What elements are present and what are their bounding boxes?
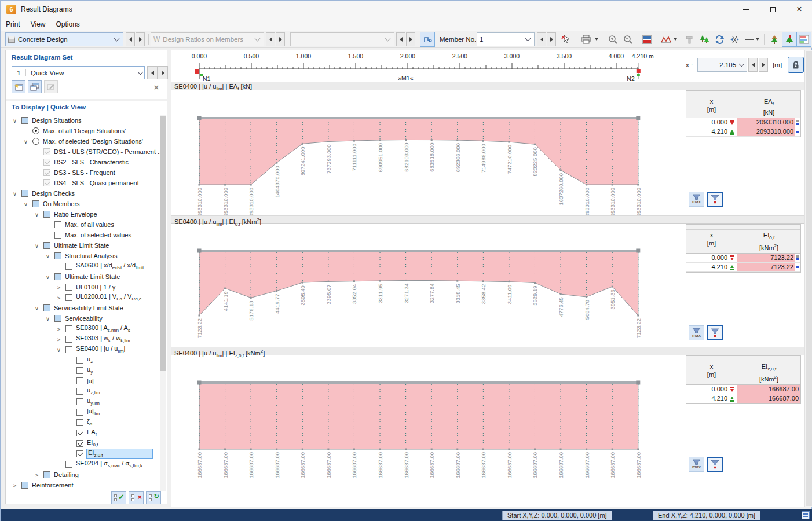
delete-set-button[interactable]: ×: [149, 80, 163, 93]
result-type-combo[interactable]: W Design Ratios on Members: [151, 32, 264, 46]
design-case-prev-button[interactable]: [126, 32, 135, 46]
checkbox[interactable]: [54, 315, 61, 322]
radio-button[interactable]: [32, 138, 39, 145]
checkbox[interactable]: [54, 221, 61, 228]
chevron-down-icon[interactable]: ∨: [33, 243, 41, 249]
print-options-dropdown[interactable]: [592, 32, 600, 47]
diagram-values-dropdown[interactable]: [671, 32, 679, 47]
checkbox[interactable]: [54, 252, 61, 259]
chevron-down-icon[interactable]: ∨: [11, 118, 19, 124]
filter-max-button[interactable]: max: [689, 457, 704, 472]
chevron-right-icon[interactable]: >: [55, 326, 63, 332]
refresh-button[interactable]: [712, 32, 727, 47]
diagram-set-combo[interactable]: 1 Quick View: [12, 66, 145, 79]
tree-item[interactable]: |u|: [6, 376, 160, 386]
member-no-combo[interactable]: 1: [477, 32, 535, 46]
tree-item[interactable]: EIz,0,f: [6, 449, 160, 459]
tree-item[interactable]: uz,lim: [6, 386, 160, 397]
checkbox[interactable]: [65, 346, 72, 353]
chevron-down-icon[interactable]: ∨: [22, 201, 30, 207]
checkbox[interactable]: [21, 190, 28, 197]
tree-item[interactable]: SA0600 | x/dexist / x/dlimit: [6, 261, 160, 271]
checkbox[interactable]: [76, 440, 83, 447]
tree-item[interactable]: Max. of all values: [6, 219, 160, 230]
status-grid-icon[interactable]: [802, 511, 810, 519]
x-next-button[interactable]: [759, 58, 768, 72]
chevron-down-icon[interactable]: ∨: [33, 211, 41, 218]
member-next-button[interactable]: [547, 32, 556, 46]
chevron-down-icon[interactable]: ∨: [33, 305, 41, 311]
checkbox[interactable]: [76, 450, 83, 457]
loading-next-button[interactable]: [406, 32, 415, 46]
panel-views-button[interactable]: [639, 32, 654, 47]
checkbox[interactable]: [76, 419, 83, 426]
visibility-objects-button[interactable]: [697, 32, 712, 47]
lock-x-toggle[interactable]: [788, 57, 804, 73]
loading-combo[interactable]: [290, 32, 394, 46]
checkbox[interactable]: [65, 284, 72, 291]
result-type-prev-button[interactable]: [266, 32, 275, 46]
main-scrollbar[interactable]: [804, 50, 812, 507]
zoom-in-button[interactable]: [605, 32, 620, 47]
tree-item[interactable]: DS3 - SLS - Frequent: [6, 167, 160, 178]
design-case-combo[interactable]: Concrete Design: [5, 32, 123, 46]
tree-scrollbar[interactable]: [160, 115, 166, 491]
minimize-button[interactable]: [733, 1, 759, 18]
checkbox[interactable]: [43, 304, 50, 311]
checkbox[interactable]: [21, 482, 28, 489]
x-prev-button[interactable]: [748, 58, 758, 72]
tree-item[interactable]: DS1 - ULS (STR/GEO) - Permanent ...: [6, 146, 160, 157]
select-all-button[interactable]: ✓: [111, 491, 126, 504]
tree-item[interactable]: ∨Ratio Envelope: [6, 209, 160, 219]
close-button[interactable]: ×: [786, 1, 812, 18]
tree-item[interactable]: >Detailing: [6, 469, 160, 480]
tree-item[interactable]: ∨Ultimate Limit State: [6, 240, 160, 251]
filter-max-button[interactable]: max: [689, 325, 704, 340]
tree-item[interactable]: ∨Max. of selected 'Design Situations': [6, 136, 160, 146]
copy-set-button[interactable]: [28, 80, 42, 93]
checkbox[interactable]: [54, 273, 61, 280]
tree-scrollbar-thumb[interactable]: [160, 116, 166, 371]
deselect-member-button[interactable]: [558, 32, 573, 47]
checkbox[interactable]: [76, 377, 83, 384]
chevron-down-icon[interactable]: ∨: [11, 190, 19, 197]
checkbox[interactable]: [21, 117, 28, 124]
checkbox[interactable]: [76, 409, 83, 416]
new-set-button[interactable]: [12, 80, 25, 93]
filter-current-x-button[interactable]: [707, 192, 723, 207]
chevron-right-icon[interactable]: >: [11, 482, 19, 489]
main-scrollbar-thumb[interactable]: [806, 51, 812, 506]
tree-item[interactable]: SE0204 | σs,max / σs,lim,k: [6, 459, 160, 469]
clip-values-button[interactable]: [727, 32, 742, 47]
chevron-down-icon[interactable]: ∨: [44, 274, 52, 280]
checkbox[interactable]: [65, 325, 72, 332]
checkbox[interactable]: [65, 263, 72, 270]
radio-button[interactable]: [32, 127, 39, 134]
tree-item[interactable]: Max. of all 'Design Situations': [6, 126, 160, 136]
tree-item[interactable]: EAf: [6, 428, 160, 438]
tree-item[interactable]: ∨SE0400 | |u / ulim|: [6, 344, 160, 355]
checkbox[interactable]: [65, 461, 72, 468]
tree-item[interactable]: |u|lim: [6, 407, 160, 417]
smooth-lines-dropdown[interactable]: [754, 32, 761, 47]
set-prev-button[interactable]: [147, 66, 158, 79]
checkbox[interactable]: [65, 294, 72, 301]
tree-item[interactable]: EI0,f: [6, 438, 160, 449]
tree-item[interactable]: ∨Serviceability: [6, 313, 160, 324]
checkbox[interactable]: [76, 388, 83, 395]
tree-item[interactable]: Max. of selected values: [6, 230, 160, 240]
tree-item[interactable]: >SE0300 | As,min / As: [6, 324, 160, 334]
checkbox[interactable]: [54, 232, 61, 239]
checkbox[interactable]: [65, 336, 72, 343]
results-current-member-button[interactable]: [782, 32, 797, 47]
invert-selection-button[interactable]: ↻: [146, 491, 161, 504]
chevron-right-icon[interactable]: >: [55, 284, 63, 291]
tree-item[interactable]: uy,lim: [6, 397, 160, 407]
tree-item[interactable]: uz: [6, 355, 160, 365]
chevron-right-icon[interactable]: >: [55, 295, 63, 301]
checkbox[interactable]: [76, 430, 83, 436]
chevron-down-icon[interactable]: ∨: [55, 347, 63, 353]
tree-item[interactable]: ∨On Members: [6, 199, 160, 209]
tree-item[interactable]: uy: [6, 365, 160, 376]
filter-max-button[interactable]: max: [689, 192, 704, 207]
